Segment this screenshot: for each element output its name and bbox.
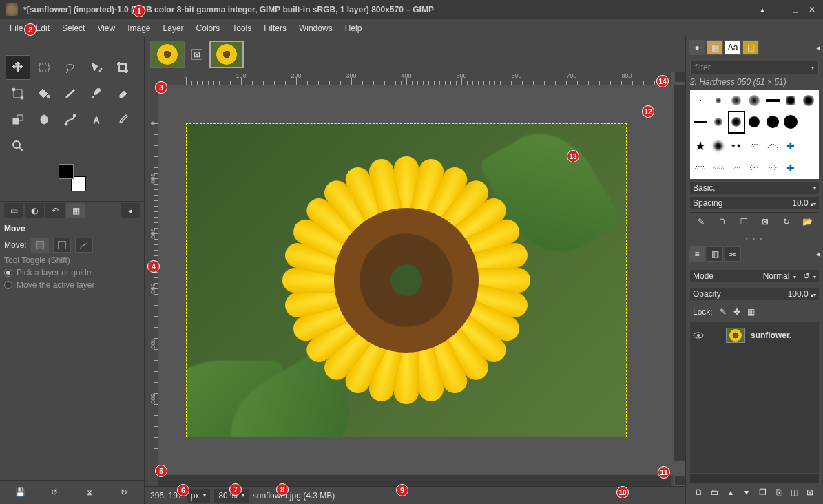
paintbrush-tool[interactable] — [84, 81, 109, 106]
scrollbar-vertical[interactable] — [674, 85, 685, 461]
image-tab-1[interactable] — [150, 41, 185, 68]
tab-layers[interactable]: ≡ — [689, 246, 705, 262]
layer-list[interactable]: sunflower. — [690, 322, 819, 473]
units-dropdown[interactable]: px▾ — [187, 489, 211, 503]
menu-filters[interactable]: Filters — [258, 21, 292, 36]
restore-options-icon[interactable]: ↺ — [47, 485, 62, 500]
layer-up-icon[interactable]: ▴ — [725, 486, 736, 498]
menu-layer[interactable]: Layer — [158, 21, 189, 36]
callout-4: 4 — [147, 260, 160, 273]
menu-help[interactable]: Help — [340, 21, 368, 36]
move-mode-path[interactable] — [75, 238, 93, 253]
lock-pixels-icon[interactable]: ✎ — [720, 307, 727, 317]
open-brush-icon[interactable]: 📂 — [802, 216, 814, 228]
color-swatches[interactable] — [59, 164, 86, 191]
move-mode-layer[interactable] — [31, 238, 49, 253]
tab-fonts[interactable]: Aa — [725, 40, 741, 55]
tab-brushes[interactable]: ● — [689, 40, 705, 55]
zoom-toggle-button[interactable] — [674, 72, 685, 83]
tab-tool-options[interactable]: ▦ — [66, 203, 85, 218]
brush-preset-dropdown[interactable]: Basic,▾ — [690, 182, 819, 194]
merge-layer-icon[interactable]: ⎘ — [773, 486, 784, 498]
image-canvas[interactable] — [186, 123, 627, 437]
ruler-horizontal[interactable]: 0100200300400500600700800900 — [158, 72, 671, 85]
tab-device-status[interactable]: ▭ — [4, 203, 23, 218]
crop-tool[interactable] — [110, 55, 135, 80]
ruler-vertical[interactable]: 0100200300400500 — [145, 85, 158, 475]
layer-name[interactable]: sunflower. — [751, 330, 791, 340]
tab-paths[interactable]: ⫘ — [725, 246, 741, 262]
new-layer-icon[interactable]: 🗋 — [693, 486, 705, 498]
menu-tools[interactable]: Tools — [227, 21, 257, 36]
minimize-button[interactable]: — — [773, 4, 784, 15]
save-options-icon[interactable]: 💾 — [12, 485, 28, 500]
tab-undo-history[interactable]: ↶ — [45, 203, 65, 218]
tab-patterns[interactable]: ▦ — [707, 40, 723, 55]
zoom-tool[interactable] — [6, 134, 30, 158]
menu-select[interactable]: Select — [56, 21, 90, 36]
smudge-tool[interactable] — [32, 107, 56, 132]
layer-thumbnail[interactable] — [726, 328, 745, 343]
radio-pick-layer[interactable] — [4, 269, 12, 277]
image-tab-2[interactable] — [209, 41, 244, 68]
brush-grid[interactable]: ★ ✦✦ ∴∵ ⋰⋱ ✚ ∴∵∴ ⁙⁙⁙ ⁘⁘ ⁛⁛ ⁘⁛ ✚ — [690, 90, 819, 179]
canvas-viewport[interactable] — [158, 85, 671, 475]
option-move-active[interactable]: Move the active layer — [4, 280, 140, 290]
clone-tool[interactable] — [6, 107, 30, 132]
layers-scrollbar[interactable] — [690, 474, 819, 483]
tab-tool-options-2[interactable]: ◐ — [25, 203, 44, 218]
lock-alpha-icon[interactable]: ▦ — [747, 307, 755, 317]
rect-select-tool[interactable] — [32, 55, 56, 80]
duplicate-brush-icon[interactable]: ❐ — [738, 216, 750, 228]
edit-brush-icon[interactable]: ✎ — [695, 216, 707, 228]
delete-layer-icon[interactable]: ⊠ — [804, 486, 816, 498]
brush-spacing-slider[interactable]: Spacing 10.0 ▴▾ — [690, 197, 819, 209]
free-select-tool[interactable] — [58, 55, 83, 80]
color-picker-tool[interactable] — [110, 107, 135, 132]
close-button[interactable]: ✕ — [806, 4, 817, 15]
transform-tool[interactable] — [6, 81, 30, 106]
new-brush-icon[interactable]: 🗋 — [716, 216, 729, 228]
menu-view[interactable]: View — [92, 21, 121, 36]
fuzzy-select-tool[interactable] — [84, 55, 109, 80]
paths-tool[interactable] — [58, 107, 83, 132]
option-pick-layer[interactable]: Pick a layer or guide — [4, 268, 140, 277]
visibility-toggle-icon[interactable] — [693, 330, 704, 341]
chevron-down-icon[interactable]: ▾ — [811, 65, 814, 71]
reset-options-icon[interactable]: ↻ — [116, 485, 132, 500]
gradient-tool[interactable] — [58, 81, 83, 106]
mask-layer-icon[interactable]: ◫ — [789, 486, 800, 498]
brush-filter-input[interactable]: filter ▾ — [690, 61, 819, 74]
text-tool[interactable]: A — [84, 107, 109, 132]
eraser-tool[interactable] — [110, 81, 135, 106]
navigation-button[interactable] — [674, 475, 685, 486]
mode-switch-icon[interactable]: ↺ ▾ — [803, 271, 816, 281]
delete-brush-icon[interactable]: ⊠ — [759, 216, 771, 228]
mode-dropdown[interactable]: Normal ▾ — [763, 271, 796, 281]
layer-down-icon[interactable]: ▾ — [740, 486, 752, 498]
window-up-icon[interactable]: ▴ — [757, 4, 768, 15]
tab-channels[interactable]: ▥ — [707, 246, 723, 262]
tab-history[interactable]: ◱ — [742, 40, 759, 55]
delete-options-icon[interactable]: ⊠ — [82, 485, 97, 500]
dock-separator[interactable]: • • • — [686, 233, 823, 244]
duplicate-layer-icon[interactable]: ❐ — [757, 486, 769, 498]
opacity-slider[interactable]: Opacity 100.0 ▴▾ — [690, 288, 819, 300]
tab-menu-icon[interactable]: ◂ — [121, 203, 140, 218]
move-tool[interactable] — [6, 55, 30, 80]
brushes-menu-icon[interactable]: ◂ — [816, 43, 820, 52]
image-tab-close[interactable]: ⊠ — [191, 49, 202, 60]
move-mode-selection[interactable] — [53, 238, 71, 253]
radio-move-active[interactable] — [4, 281, 12, 289]
bucket-fill-tool[interactable] — [32, 81, 56, 106]
menu-image[interactable]: Image — [122, 21, 156, 36]
layer-group-icon[interactable]: 🗀 — [709, 486, 720, 498]
maximize-button[interactable]: ◻ — [790, 4, 801, 15]
layer-item[interactable]: sunflower. — [690, 325, 819, 346]
menu-windows[interactable]: Windows — [293, 21, 338, 36]
lock-position-icon[interactable]: ✥ — [733, 307, 740, 317]
layers-menu-icon[interactable]: ◂ — [816, 249, 820, 259]
refresh-brush-icon[interactable]: ↻ — [780, 216, 793, 228]
menu-colors[interactable]: Colors — [191, 21, 226, 36]
foreground-color-swatch[interactable] — [59, 164, 74, 179]
